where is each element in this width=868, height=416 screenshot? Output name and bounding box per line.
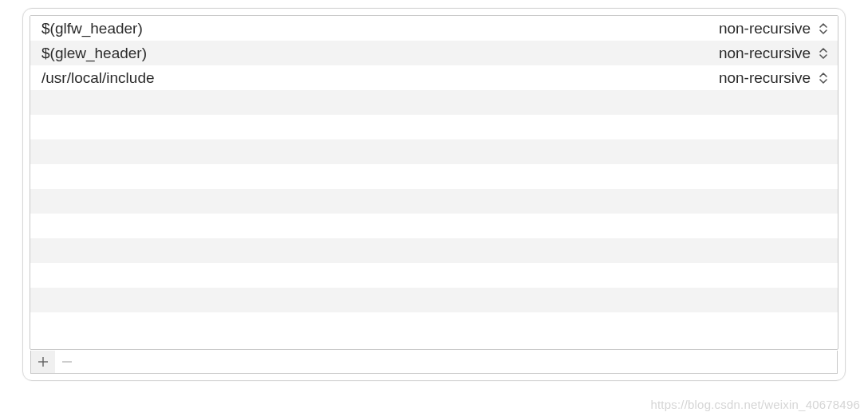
chevron-up-down-icon — [819, 71, 828, 85]
table-row[interactable]: $(glew_header)non-recursive — [30, 41, 838, 65]
mode-label: non-recursive — [719, 69, 811, 87]
mode-label: non-recursive — [719, 20, 811, 37]
table-row[interactable]: /usr/local/includenon-recursive — [30, 65, 838, 90]
table-row[interactable]: $(glfw_header)non-recursive — [30, 16, 838, 41]
paths-table: $(glfw_header)non-recursive$(glew_header… — [30, 15, 838, 350]
table-row[interactable] — [30, 263, 838, 288]
recursion-mode-select[interactable]: non-recursive — [719, 20, 830, 37]
path-cell[interactable]: /usr/local/include — [41, 69, 719, 87]
recursion-mode-select[interactable]: non-recursive — [719, 69, 830, 87]
table-row[interactable] — [30, 288, 838, 312]
table-footer — [30, 351, 838, 374]
add-button[interactable] — [31, 351, 55, 373]
table-row[interactable] — [30, 164, 838, 189]
mode-label: non-recursive — [719, 45, 811, 62]
table-row[interactable] — [30, 189, 838, 214]
watermark-text: https://blog.csdn.net/weixin_40678496 — [650, 398, 860, 411]
path-cell[interactable]: $(glfw_header) — [41, 20, 719, 37]
recursion-mode-select[interactable]: non-recursive — [719, 45, 830, 62]
chevron-up-down-icon — [819, 22, 828, 36]
table-row[interactable] — [30, 312, 838, 337]
path-cell[interactable]: $(glew_header) — [41, 45, 719, 62]
table-row[interactable] — [30, 238, 838, 263]
table-row[interactable] — [30, 139, 838, 164]
search-paths-panel: $(glfw_header)non-recursive$(glew_header… — [22, 8, 846, 381]
table-row[interactable] — [30, 214, 838, 238]
table-row[interactable] — [30, 90, 838, 115]
remove-button[interactable] — [55, 351, 79, 373]
chevron-up-down-icon — [819, 46, 828, 61]
table-row[interactable] — [30, 115, 838, 139]
table-body: $(glfw_header)non-recursive$(glew_header… — [30, 16, 838, 349]
